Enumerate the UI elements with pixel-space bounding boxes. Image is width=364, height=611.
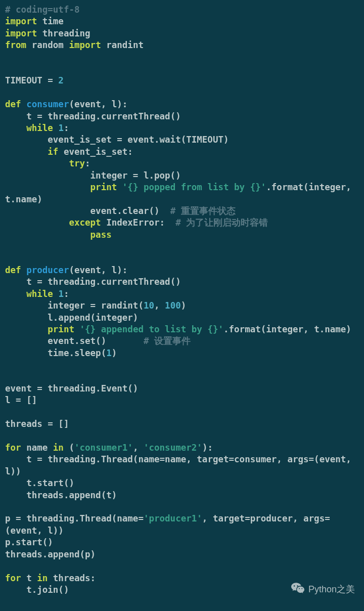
t-join: t.join()	[5, 585, 69, 595]
colon: :	[64, 123, 69, 133]
p-start: p.start()	[5, 537, 53, 547]
num-1: 1	[106, 348, 112, 358]
int-rand: integer = randint(	[5, 300, 144, 311]
fmt-appended: .format(integer, t.name)	[223, 324, 351, 334]
fn-consumer: consumer	[26, 99, 69, 109]
kw-while: while	[26, 289, 53, 299]
wechat-icon	[291, 583, 304, 597]
sp	[117, 182, 122, 192]
event-clear: event.clear()	[5, 206, 170, 216]
sleep: time.sleep(	[5, 348, 106, 358]
kw-print: print	[90, 182, 117, 192]
num-2: 2	[58, 75, 64, 85]
comment-encoding: # coding=utf-8	[5, 5, 80, 15]
t-assign: t = threading.currentThread()	[5, 111, 181, 121]
comma: ,	[133, 443, 144, 453]
kw-import: import	[69, 40, 101, 50]
if-cond: event_is_set:	[58, 147, 133, 157]
num-100: 100	[165, 300, 181, 311]
watermark: Python之美	[291, 583, 355, 597]
kw-except: except	[69, 217, 101, 228]
num-10: 10	[144, 300, 154, 311]
timeout-assign: TIMEOUT =	[5, 75, 58, 85]
str-c2: 'consumer2'	[144, 443, 202, 453]
kw-if: if	[48, 147, 58, 157]
kw-def: def	[5, 99, 21, 109]
t-assign: t = threading.currentThread()	[5, 277, 181, 287]
t-thread: t = threading.Thread(name=name, target=c…	[5, 454, 356, 476]
tuple-close: ):	[202, 443, 213, 453]
for-name: name	[21, 443, 53, 453]
code-block: # coding=utf-8 import time import thread…	[5, 4, 359, 596]
event-set: event.set()	[5, 336, 144, 346]
colon: :	[64, 289, 69, 299]
mod-threading: threading	[37, 28, 90, 38]
kw-from: from	[5, 40, 26, 50]
threads-append-p: threads.append(p)	[5, 549, 96, 559]
kw-in: in	[37, 573, 48, 583]
event-is-set: event_is_set = event.wait(TIMEOUT)	[5, 135, 229, 145]
consumer-sig: (event, l):	[69, 99, 127, 109]
kw-pass: pass	[90, 230, 112, 240]
kw-def: def	[5, 265, 21, 275]
threads-append-t: threads.append(t)	[5, 490, 117, 500]
except-ie: IndexError:	[101, 217, 176, 228]
in-sp: (	[64, 443, 74, 453]
str-appended: '{} appended to list by {}'	[80, 324, 223, 334]
num-1: 1	[58, 123, 64, 133]
kw-try: try	[69, 158, 85, 168]
str-c1: 'consumer1'	[74, 443, 133, 453]
sp	[74, 324, 80, 334]
t-start: t.start()	[5, 478, 74, 488]
l-empty: l = []	[5, 395, 37, 405]
kw-for: for	[5, 443, 21, 453]
int-pop: integer = l.pop()	[5, 170, 181, 181]
in-threads: threads:	[48, 573, 96, 583]
watermark-text: Python之美	[308, 584, 355, 595]
mod-time: time	[37, 16, 64, 26]
rparen: )	[112, 348, 117, 358]
comment-reset: # 重置事件状态	[170, 206, 236, 216]
threads-empty: threads = []	[5, 419, 69, 429]
l-append: l.append(integer)	[5, 313, 138, 323]
for-t: t	[21, 573, 37, 583]
kw-while: while	[26, 123, 53, 133]
colon: :	[85, 158, 90, 168]
producer-sig: (event, l):	[69, 265, 127, 275]
str-popped: '{} popped from list by {}'	[122, 182, 266, 192]
kw-print: print	[48, 324, 74, 334]
fn-producer: producer	[26, 265, 69, 275]
sp	[53, 123, 59, 133]
str-p1: 'producer1'	[144, 513, 202, 523]
mod-random: random	[26, 40, 69, 50]
comma: ,	[154, 300, 165, 311]
event-new: event = threading.Event()	[5, 383, 138, 394]
kw-import: import	[5, 16, 37, 26]
kw-in: in	[53, 443, 64, 453]
kw-import: import	[5, 28, 37, 38]
p-thread-a: p = threading.Thread(name=	[5, 513, 144, 523]
rparen: )	[181, 300, 187, 311]
sp	[53, 289, 59, 299]
num-1: 1	[58, 289, 64, 299]
comment-set: # 设置事件	[144, 336, 191, 346]
kw-for: for	[5, 573, 21, 583]
comment-tolerate: # 为了让刚启动时容错	[175, 217, 268, 228]
mod-randint: randint	[101, 40, 144, 50]
